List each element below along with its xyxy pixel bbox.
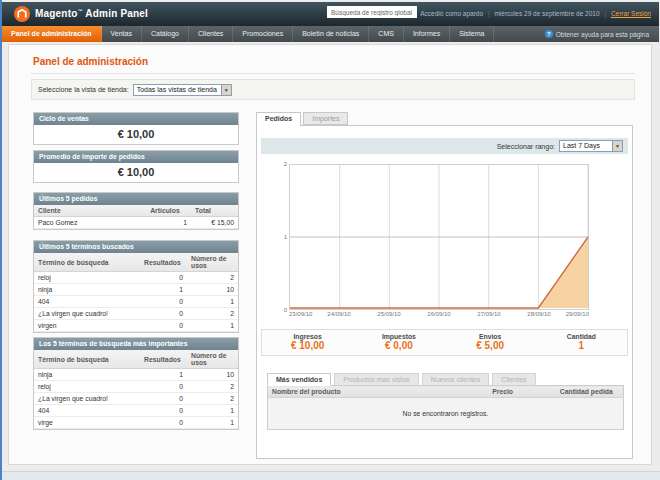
table-row[interactable]: ¿La virgen que cuadro!02: [34, 308, 238, 320]
table-cell: 1: [187, 320, 238, 332]
stat-env-os: Envíos€ 5,00: [445, 330, 536, 355]
store-view-bar: Seleccione la vista de tienda: Todas las…: [31, 79, 635, 100]
help-link[interactable]: ? Obtener ayuda para esta página: [545, 26, 659, 42]
x-tick-label: 24/09/10: [327, 311, 350, 317]
table-row[interactable]: 40401: [34, 296, 238, 308]
tab-m-s-vendidos[interactable]: Más vendidos: [267, 373, 331, 386]
stat-label: Impuestos: [353, 333, 444, 340]
nav-item-bolet-n-de-noticias[interactable]: Boletín de noticias: [293, 26, 369, 42]
column-header: Total: [191, 205, 238, 217]
table-cell: 1: [146, 217, 191, 229]
last-search-terms-table: Término de búsquedaResultadosNúmero de u…: [34, 253, 238, 332]
table-cell: 404: [34, 405, 140, 417]
divider: [31, 73, 635, 74]
stat-label: Ingresos: [262, 333, 353, 340]
nav-item-clientes[interactable]: Clientes: [189, 26, 233, 42]
nav-item-cms[interactable]: CMS: [369, 26, 404, 42]
nav-items: Panel de administraciónVentasCatálogoCli…: [2, 26, 494, 42]
tab-nuevos-clientes[interactable]: Nuevos clientes: [422, 373, 489, 386]
empty-row: No se encontraron registros.: [268, 398, 624, 430]
logout-link[interactable]: Cerrar Sesión: [611, 10, 651, 17]
column-header: Cantidad pedida: [556, 386, 624, 398]
top-search-terms-panel: Los 5 términos de búsqueda más important…: [33, 337, 239, 430]
range-bar: Seleccionar rango: Last 7 Days ▼: [261, 138, 628, 154]
table-row[interactable]: virge01: [34, 417, 238, 429]
trademark-mark: ™: [78, 8, 83, 14]
tab-pedidos[interactable]: Pedidos: [256, 112, 301, 126]
help-label: Obtener ayuda para esta página: [556, 31, 649, 38]
tab-clientes[interactable]: Clientes: [492, 373, 535, 386]
range-label: Seleccionar rango:: [497, 143, 555, 150]
panel-title: Los 5 términos de búsqueda más important…: [34, 338, 238, 350]
table-row[interactable]: Paco Gomez1€ 15,00: [34, 217, 238, 229]
global-search-input[interactable]: [327, 6, 417, 18]
table-cell: 1: [187, 417, 238, 429]
table-row[interactable]: ninja110: [34, 284, 238, 296]
stat-value: 1: [536, 340, 627, 351]
table-row[interactable]: reloj02: [34, 381, 238, 393]
table-cell: 1: [187, 296, 238, 308]
stat-ingresos: Ingresos€ 10,00: [262, 330, 353, 355]
table-cell: 0: [140, 381, 187, 393]
table-row[interactable]: 40401: [34, 405, 238, 417]
table-cell: 10: [187, 284, 238, 296]
lifetime-sales-value: € 10,00: [34, 125, 238, 144]
table-cell: reloj: [34, 381, 140, 393]
table-cell: € 15,00: [191, 217, 238, 229]
page-title: Panel de administración: [33, 56, 148, 67]
app-title: Magento™ Admin Panel: [35, 8, 148, 19]
tab-productos-m-s-vistos[interactable]: Productos más vistos: [334, 373, 419, 386]
panel-title: Últimos 5 pedidos: [34, 193, 238, 205]
last-orders-panel: Últimos 5 pedidos ClienteArtículosTotal …: [33, 192, 239, 230]
table-row[interactable]: ¿La virgen que cuadro!02: [34, 393, 238, 405]
nav-item-sistema[interactable]: Sistema: [450, 26, 494, 42]
last-search-terms-panel: Últimos 5 términos buscados Término de b…: [33, 240, 239, 333]
magento-admin-screen: Magento™ Admin Panel Accedió como apardo…: [0, 0, 660, 480]
nav-item-informes[interactable]: Informes: [404, 26, 450, 42]
column-header: Artículos: [146, 205, 191, 217]
table-cell: Paco Gomez: [34, 217, 146, 229]
header-date: miércoles 29 de septiembre de 2010: [494, 10, 599, 17]
help-icon: ?: [545, 30, 553, 38]
table-row[interactable]: reloj02: [34, 272, 238, 284]
totals-bar: Ingresos€ 10,00Impuestos€ 0,00Envíos€ 5,…: [261, 329, 628, 356]
table-cell: reloj: [34, 272, 140, 284]
stat-label: Envíos: [445, 333, 536, 340]
range-value: Last 7 Days: [560, 141, 612, 151]
table-cell: 0: [140, 417, 187, 429]
range-select[interactable]: Last 7 Days ▼: [559, 140, 623, 152]
x-tick-label: 25/09/10: [377, 311, 400, 317]
nav-item-ventas[interactable]: Ventas: [102, 26, 142, 42]
table-row[interactable]: virgen01: [34, 320, 238, 332]
app-header: Magento™ Admin Panel Accedió como apardo…: [2, 2, 659, 26]
column-header: Término de búsqueda: [34, 350, 140, 369]
table-row[interactable]: ninja110: [34, 369, 238, 381]
tab-importes[interactable]: Importes: [303, 112, 348, 125]
empty-message: No se encontraron registros.: [268, 398, 624, 430]
nav-item-promociones[interactable]: Promociones: [233, 26, 293, 42]
column-header: Número de usos: [187, 350, 238, 369]
x-tick-label: 29/09/10: [566, 311, 589, 317]
nav-item-cat-logo[interactable]: Catálogo: [142, 26, 189, 42]
table-cell: 1: [140, 369, 187, 381]
panel-title: Últimos 5 términos buscados: [34, 241, 238, 253]
store-view-select[interactable]: Todas las vistas de tienda ▼: [133, 84, 232, 96]
chart-x-axis: 23/09/1024/09/1025/09/1026/09/1027/09/10…: [289, 311, 589, 319]
stat-label: Cantidad: [536, 333, 627, 340]
stat-value: € 5,00: [445, 340, 536, 351]
magento-logo-icon: [14, 6, 30, 22]
column-header: Número de usos: [187, 253, 238, 272]
x-tick-label: 27/09/10: [477, 311, 500, 317]
table-cell: virge: [34, 417, 140, 429]
nav-item-panel-de-administraci-n[interactable]: Panel de administración: [2, 26, 102, 42]
panel-title: Ciclo de ventas: [34, 113, 238, 125]
window-edge-bottom: [0, 471, 660, 480]
table-cell: 404: [34, 296, 140, 308]
column-header: Precio: [488, 386, 556, 398]
y-tick-label: 0: [284, 307, 287, 313]
table-cell: 0: [140, 393, 187, 405]
y-tick-label: 2: [284, 161, 287, 167]
table-cell: 10: [187, 369, 238, 381]
separator: |: [604, 10, 606, 17]
average-orders-panel: Promedio de importe de pedidos € 10,00: [33, 150, 239, 183]
